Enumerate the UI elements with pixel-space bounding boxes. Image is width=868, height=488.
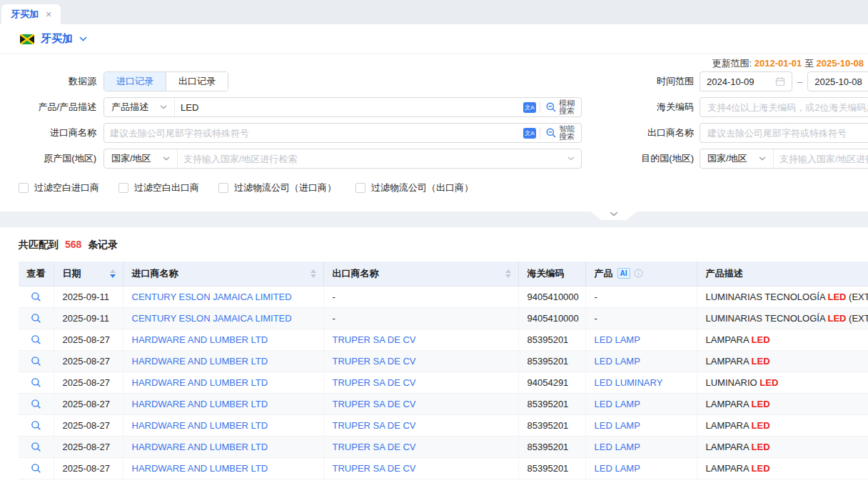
translate-icon[interactable]: 文A: [523, 128, 536, 139]
view-magnifier-icon[interactable]: [31, 292, 41, 302]
origin-country-select[interactable]: 国家/地区: [104, 149, 178, 168]
translate-icon[interactable]: 文A: [523, 102, 536, 113]
tab-import-records[interactable]: 进口记录: [104, 72, 166, 91]
exporter-link[interactable]: TRUPER SA DE CV: [333, 334, 416, 345]
table-row: 2025-08-27 HARDWARE AND LUMBER LTD TRUPE…: [19, 436, 868, 457]
exporter-link[interactable]: TRUPER SA DE CV: [333, 377, 416, 388]
importer-link[interactable]: HARDWARE AND LUMBER LTD: [132, 420, 268, 431]
exporter-link[interactable]: TRUPER SA DE CV: [333, 356, 416, 367]
search-icon: [545, 101, 557, 113]
table-row: 2025-08-27 HARDWARE AND LUMBER LTD TRUPE…: [19, 350, 868, 372]
view-magnifier-icon[interactable]: [31, 442, 41, 452]
close-icon[interactable]: ×: [46, 9, 51, 19]
checkbox-filter-logistics-importer[interactable]: 过滤物流公司（进口商）: [218, 181, 336, 194]
chevron-down-icon[interactable]: [567, 156, 575, 161]
product-link[interactable]: LED LAMP: [595, 420, 640, 431]
view-magnifier-icon[interactable]: [31, 463, 41, 474]
checkbox-label: 过滤空白进口商: [34, 181, 99, 194]
importer-link[interactable]: HARDWARE AND LUMBER LTD: [132, 377, 268, 388]
dest-country-group: 国家/地区: [700, 149, 868, 169]
fuzzy-search-button[interactable]: 模糊搜索: [544, 99, 581, 115]
update-range-end: 2025-10-08: [817, 58, 864, 69]
info-icon[interactable]: [634, 269, 643, 278]
view-cell: [19, 414, 54, 436]
update-range: 更新范围: 2012-01-01 至 2025-10-08: [0, 57, 868, 70]
count-prefix: 共匹配到: [19, 239, 59, 250]
jamaica-flag-icon: [20, 34, 34, 44]
exporter-link: -: [333, 292, 335, 302]
tab-export-records[interactable]: 出口记录: [166, 72, 228, 91]
exporter-link[interactable]: TRUPER SA DE CV: [333, 399, 416, 409]
column-header-date: 日期: [54, 262, 123, 286]
count-suffix: 条记录: [88, 239, 118, 250]
exporter-link[interactable]: TRUPER SA DE CV: [333, 420, 416, 431]
dest-country-select[interactable]: 国家/地区: [700, 149, 774, 168]
start-date-value: 2024-10-09: [707, 76, 755, 87]
sort-control-exporter[interactable]: [504, 268, 513, 279]
start-date-input[interactable]: 2024-10-09: [700, 71, 792, 91]
exporter-link[interactable]: TRUPER SA DE CV: [333, 463, 416, 474]
table-row: 2025-09-11 CENTURY ESLON JAMAICA LIMITED…: [19, 307, 868, 329]
date-cell: 2025-08-27: [63, 377, 111, 388]
checkbox-filter-blank-exporter[interactable]: 过滤空白出口商: [118, 181, 199, 194]
table-row: 2025-08-27 HARDWARE AND LUMBER LTD TRUPE…: [19, 329, 868, 350]
update-range-to-word: 至: [804, 58, 814, 69]
importer-link[interactable]: CENTURY ESLON JAMAICA LIMITED: [132, 292, 292, 302]
checkbox-row: 过滤空白进口商 过滤空白出口商 过滤物流公司（进口商） 过滤物流公司（出口商）: [19, 181, 868, 211]
product-label: 产品/产品描述: [0, 101, 96, 114]
origin-country-input[interactable]: [178, 150, 567, 167]
exporter-link[interactable]: TRUPER SA DE CV: [333, 442, 416, 452]
results-panel: 共匹配到 568 条记录 查看 日期: [0, 227, 868, 479]
highlight-keyword: LED: [752, 420, 770, 431]
product-field-select[interactable]: 产品描述: [104, 98, 175, 116]
sort-control-importer[interactable]: [309, 268, 318, 279]
view-magnifier-icon[interactable]: [31, 399, 41, 409]
importer-name-input[interactable]: [104, 124, 523, 141]
exporter-name-input[interactable]: [700, 123, 868, 143]
description-cell: LAMPARA LED: [697, 350, 868, 372]
importer-link[interactable]: CENTURY ESLON JAMAICA LIMITED: [132, 313, 292, 324]
sort-control-date[interactable]: [108, 268, 117, 279]
product-link[interactable]: LED LAMP: [595, 399, 640, 409]
date-cell: 2025-08-27: [63, 442, 111, 452]
product-link[interactable]: LED LAMP: [595, 334, 640, 345]
product-link[interactable]: LED LUMINARY: [595, 377, 663, 388]
ai-badge: AI: [617, 268, 630, 279]
checkbox-filter-blank-importer[interactable]: 过滤空白进口商: [19, 181, 99, 194]
product-link[interactable]: LED LAMP: [595, 442, 640, 452]
importer-link[interactable]: HARDWARE AND LUMBER LTD: [132, 442, 268, 452]
view-magnifier-icon[interactable]: [31, 377, 41, 388]
hs-code-input[interactable]: [700, 97, 868, 117]
product-search-input[interactable]: [175, 99, 523, 116]
date-cell: 2025-08-27: [63, 356, 111, 367]
table-body: 2025-09-11 CENTURY ESLON JAMAICA LIMITED…: [19, 286, 868, 479]
divider: [540, 102, 540, 113]
hs-code-cell: 9405410000: [528, 292, 579, 302]
dest-country-input[interactable]: [774, 150, 868, 167]
importer-link[interactable]: HARDWARE AND LUMBER LTD: [132, 356, 268, 367]
divider: [540, 128, 540, 139]
update-range-label: 更新范围:: [712, 58, 752, 69]
view-magnifier-icon[interactable]: [31, 334, 41, 345]
column-header-exporter: 出口商名称: [323, 262, 518, 286]
view-magnifier-icon[interactable]: [31, 420, 41, 431]
chevron-down-icon[interactable]: [79, 36, 87, 41]
end-date-input[interactable]: 2025-10-08: [807, 71, 868, 91]
product-link[interactable]: LED LAMP: [595, 356, 640, 367]
date-cell: 2025-08-27: [63, 399, 111, 409]
view-magnifier-icon[interactable]: [31, 313, 41, 324]
importer-link[interactable]: HARDWARE AND LUMBER LTD: [132, 334, 268, 345]
column-header-view: 查看: [19, 262, 54, 286]
importer-link[interactable]: HARDWARE AND LUMBER LTD: [132, 399, 268, 409]
smart-search-label: 智能搜索: [559, 125, 576, 141]
date-cell: 2025-08-27: [63, 420, 111, 431]
country-selector[interactable]: 牙买加: [41, 32, 73, 46]
smart-search-button[interactable]: 智能搜索: [544, 125, 581, 141]
importer-link[interactable]: HARDWARE AND LUMBER LTD: [132, 463, 268, 474]
view-magnifier-icon[interactable]: [31, 356, 41, 367]
dest-country-label: 目的国(地区): [582, 152, 694, 165]
tab-label: 牙买加: [11, 8, 39, 21]
product-link[interactable]: LED LAMP: [595, 463, 640, 474]
checkbox-filter-logistics-exporter[interactable]: 过滤物流公司（出口商）: [355, 181, 473, 194]
tab-jamaica[interactable]: 牙买加 ×: [1, 4, 61, 24]
